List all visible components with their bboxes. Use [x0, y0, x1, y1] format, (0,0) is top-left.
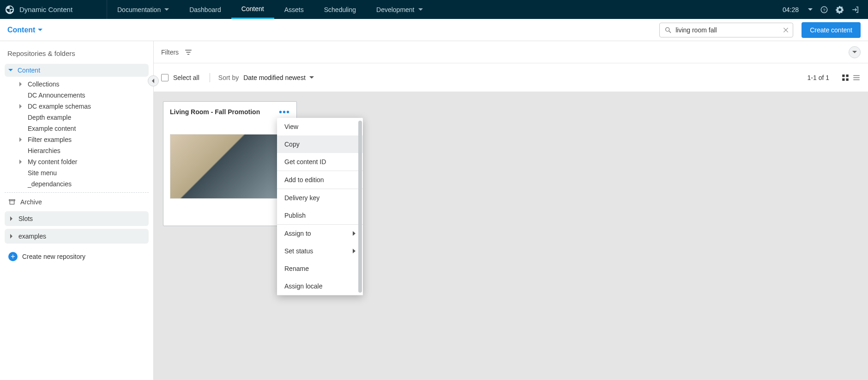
tree-item[interactable]: DC Announcements — [5, 90, 149, 101]
brand-logo-icon — [5, 5, 15, 15]
tree-item[interactable]: Collections — [5, 79, 149, 90]
section-switcher[interactable]: Content — [7, 26, 42, 34]
grid-view-icon[interactable] — [841, 74, 850, 82]
tree-item-label: Filter examples — [28, 136, 72, 143]
nav-content[interactable]: Content — [231, 0, 274, 19]
create-new-repository[interactable]: + Create new repository — [8, 252, 145, 261]
ctx-copy[interactable]: Copy — [277, 135, 363, 153]
tree-item-label: Hierarchies — [28, 147, 60, 154]
nav-dashboard-label: Dashboard — [189, 6, 221, 13]
scrollbar[interactable] — [358, 121, 362, 293]
tree-item[interactable]: My content folder — [5, 156, 149, 167]
ctx-rename[interactable]: Rename — [277, 260, 363, 277]
ctx-add-edition-label: Add to edition — [284, 176, 324, 184]
ctx-view-label: View — [284, 123, 298, 130]
app-bar: Dynamic Content Documentation Dashboard … — [0, 0, 868, 19]
nav-assets-label: Assets — [284, 6, 304, 13]
settings-gear-icon[interactable] — [836, 6, 844, 14]
tree-item[interactable]: _dependancies — [5, 178, 149, 190]
svg-point-2 — [666, 27, 669, 31]
card-title: Living Room - Fall Promotion — [170, 108, 260, 116]
help-icon[interactable]: ? — [820, 6, 828, 14]
nav-assets[interactable]: Assets — [274, 0, 314, 19]
tree-item[interactable]: DC example schemas — [5, 101, 149, 112]
clock: 04:28 — [783, 6, 799, 13]
svg-line-3 — [669, 31, 671, 33]
filter-icon[interactable] — [184, 48, 193, 56]
brand-name: Dynamic Content — [19, 6, 72, 13]
nav-dashboard[interactable]: Dashboard — [179, 0, 231, 19]
filters-label: Filters — [161, 49, 179, 56]
tree-item-label: DC example schemas — [28, 103, 91, 110]
tree-item-label: DC Announcements — [28, 92, 85, 99]
tree-item[interactable]: Site menu — [5, 167, 149, 178]
nav-documentation[interactable]: Documentation — [107, 0, 179, 19]
tree-item[interactable]: Hierarchies — [5, 145, 149, 156]
tree-item[interactable]: Filter examples — [5, 134, 149, 145]
tree-root-content[interactable]: Content — [5, 64, 149, 77]
ctx-rename-label: Rename — [284, 265, 309, 272]
search-input[interactable] — [675, 26, 783, 34]
card-thumbnail — [170, 134, 290, 199]
ctx-assign-to-label: Assign to — [284, 230, 311, 237]
tree-children: CollectionsDC AnnouncementsDC example sc… — [5, 79, 149, 190]
chevron-down-icon — [8, 68, 13, 73]
section-switcher-label: Content — [7, 26, 35, 34]
logout-icon[interactable] — [851, 6, 860, 14]
card-header: Living Room - Fall Promotion ••• — [170, 108, 290, 116]
caret-down-icon — [309, 75, 314, 80]
chevron-left-icon — [151, 79, 155, 83]
content-canvas: Living Room - Fall Promotion ••• — [154, 92, 868, 380]
archive-icon — [8, 198, 16, 206]
context-menu: View Copy Get content ID Add to edition … — [277, 118, 363, 295]
tree-item[interactable]: Depth example — [5, 112, 149, 123]
chevron-right-icon — [18, 82, 23, 86]
result-range: 1-1 of 1 — [808, 74, 829, 81]
sidebar-section-examples[interactable]: examples — [5, 229, 149, 244]
ctx-view[interactable]: View — [277, 118, 363, 135]
select-all-checkbox[interactable] — [161, 74, 169, 81]
sidebar-title: Repositories & folders — [7, 49, 146, 57]
collapse-sidebar-button[interactable] — [148, 75, 159, 86]
ctx-set-status[interactable]: Set status — [277, 242, 363, 260]
search-box[interactable] — [659, 23, 793, 37]
sidebar-archive[interactable]: Archive — [5, 196, 149, 208]
tree-item-label: _dependancies — [28, 180, 72, 188]
nav-development[interactable]: Development — [366, 0, 433, 19]
sort-by-label: Sort by — [218, 74, 239, 81]
ctx-get-content-id[interactable]: Get content ID — [277, 153, 363, 171]
ctx-delivery-key[interactable]: Delivery key — [277, 189, 363, 207]
chevron-down-icon — [852, 50, 857, 55]
ctx-assign-to[interactable]: Assign to — [277, 225, 363, 242]
sort-bar: Select all Sort by Date modified newest … — [154, 63, 868, 92]
sort-dropdown[interactable]: Date modified newest — [243, 74, 314, 81]
ctx-get-id-label: Get content ID — [284, 158, 326, 165]
ctx-publish[interactable]: Publish — [277, 207, 363, 224]
tree-item[interactable]: Example content — [5, 123, 149, 134]
nav-documentation-label: Documentation — [117, 6, 161, 13]
archive-label: Archive — [20, 198, 42, 206]
svg-rect-13 — [842, 78, 844, 80]
tree-item-label: Site menu — [28, 169, 57, 177]
nav-scheduling[interactable]: Scheduling — [314, 0, 366, 19]
ctx-assign-locale[interactable]: Assign locale — [277, 277, 363, 295]
chevron-right-icon — [9, 234, 14, 239]
card-more-icon[interactable]: ••• — [279, 110, 290, 114]
svg-text:?: ? — [823, 7, 826, 12]
create-repo-label: Create new repository — [22, 253, 85, 260]
clear-search-icon[interactable] — [783, 27, 789, 33]
chevron-right-icon — [353, 249, 356, 253]
ctx-delivery-key-label: Delivery key — [284, 194, 319, 202]
caret-down-icon — [164, 7, 169, 12]
body: Repositories & folders Content Collectio… — [0, 41, 868, 380]
sidebar-section-slots[interactable]: Slots — [5, 211, 149, 226]
expand-filters-button[interactable] — [849, 46, 861, 58]
ctx-add-to-edition[interactable]: Add to edition — [277, 171, 363, 189]
list-view-icon[interactable] — [852, 74, 861, 82]
sidebar: Repositories & folders Content Collectio… — [0, 41, 154, 380]
search-icon — [664, 26, 672, 34]
create-content-button[interactable]: Create content — [802, 22, 861, 38]
caret-down-icon[interactable] — [808, 7, 813, 12]
tree-item-label: Example content — [28, 125, 76, 132]
ctx-set-status-label: Set status — [284, 247, 313, 255]
